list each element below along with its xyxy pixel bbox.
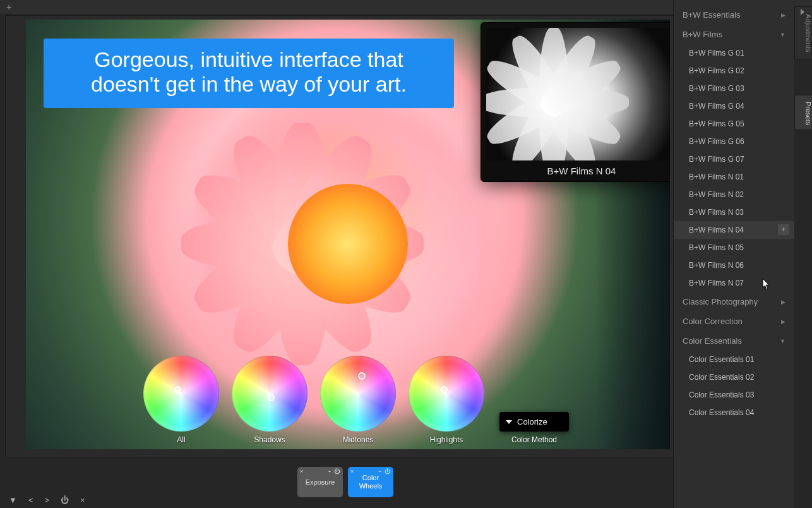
tab-presets[interactable]: Presets [794, 95, 812, 130]
color-wheels-row: AllShadowsMidtonesHighlightsColorizeColo… [143, 356, 569, 444]
triangle-right-icon: ▶ [781, 299, 785, 305]
category-bw-films[interactable]: B+W Films ▼ [674, 25, 794, 44]
tab-presets-label: Presets [804, 102, 812, 125]
chip-close-icon[interactable]: × [350, 468, 354, 475]
color-wheel[interactable] [320, 356, 396, 432]
chip-controls-icon[interactable]: ⌁ ⏻ [378, 468, 391, 475]
callout-line-1: Gorgeous, intuitive interface that [60, 47, 438, 72]
chip-exposure[interactable]: × ⌁ ⏻ Exposure [297, 467, 343, 497]
color-wheel-handle[interactable] [267, 394, 275, 401]
callout-line-2: doesn't get in the way of your art. [60, 72, 438, 97]
preset-preview-popover: B+W Films N 04 [481, 22, 670, 182]
category-label: Classic Photography [683, 297, 758, 306]
category-bw-essentials[interactable]: B+W Essentials ▶ [674, 5, 794, 25]
color-wheel-midtones: Midtones [320, 356, 396, 444]
canvas-container: Gorgeous, intuitive interface that doesn… [5, 15, 681, 457]
bw-films-list: B+W Films G 01B+W Films G 02B+W Films G … [674, 44, 794, 292]
chip-close-icon[interactable]: × [300, 468, 303, 475]
preset-item[interactable]: B+W Films G 06 [674, 133, 794, 150]
category-color-essentials[interactable]: Color Essentials ▼ [674, 331, 794, 351]
tab-adjustments-label: Adjustments [804, 14, 812, 52]
preset-preview-image [486, 28, 670, 160]
color-wheel-label: Highlights [430, 435, 463, 444]
color-wheel-handle[interactable] [358, 372, 366, 380]
color-wheel-handle[interactable] [174, 386, 181, 394]
tab-adjustments[interactable]: Adjustments [794, 6, 812, 59]
add-tab-icon[interactable]: + [6, 2, 11, 12]
canvas[interactable]: Gorgeous, intuitive interface that doesn… [26, 20, 670, 449]
triangle-down-icon [506, 420, 512, 424]
triangle-right-icon: ▶ [781, 318, 785, 325]
color-essentials-list: Color Essentials 01Color Essentials 02Co… [674, 351, 794, 421]
preset-item[interactable]: Color Essentials 02 [674, 368, 794, 386]
color-wheel[interactable] [409, 356, 484, 432]
triangle-down-icon: ▼ [780, 338, 785, 344]
preset-item[interactable]: Color Essentials 01 [674, 351, 794, 368]
color-wheel[interactable] [143, 356, 219, 432]
preset-item[interactable]: B+W Films N 04+ [674, 221, 794, 239]
category-classic-photography[interactable]: Classic Photography ▶ [674, 292, 794, 311]
chip-exposure-label: Exposure [306, 478, 335, 487]
prev-icon[interactable]: < [28, 495, 33, 505]
preset-preview-label: B+W Films N 04 [486, 166, 670, 176]
marketing-callout: Gorgeous, intuitive interface that doesn… [44, 39, 454, 108]
preset-item[interactable]: B+W Films G 04 [674, 97, 794, 115]
category-label: Color Correction [683, 317, 743, 326]
next-icon[interactable]: > [44, 495, 49, 505]
category-label: Color Essentials [683, 336, 742, 346]
chip-controls-icon[interactable]: ⌁ ⏻ [328, 468, 340, 475]
color-wheel-label: All [177, 435, 185, 444]
color-method-label: Color Method [511, 435, 557, 444]
preset-item[interactable]: B+W Films G 05 [674, 115, 794, 133]
triangle-right-icon [801, 9, 804, 15]
preset-item[interactable]: B+W Films N 01 [674, 168, 794, 186]
preset-item[interactable]: B+W Films N 02 [674, 186, 794, 203]
preset-item[interactable]: B+W Films G 01 [674, 44, 794, 62]
preset-item[interactable]: Color Essentials 04 [674, 404, 794, 421]
category-color-correction[interactable]: Color Correction ▶ [674, 311, 794, 331]
bottom-toolbar: ▼ < > ⏻ × [5, 493, 85, 507]
preset-item[interactable]: B+W Films N 05 [674, 239, 794, 257]
preset-item[interactable]: B+W Films N 03 [674, 203, 794, 221]
adjustment-chips-strip: × ⌁ ⏻ Exposure × ⌁ ⏻ Color Wheels [5, 460, 686, 504]
color-method-value: Colorize [517, 417, 547, 426]
power-icon[interactable]: ⏻ [61, 495, 69, 505]
triangle-right-icon: ▶ [781, 12, 785, 18]
color-wheel-shadows: Shadows [232, 356, 307, 444]
color-method-column: ColorizeColor Method [499, 412, 569, 444]
preset-item[interactable]: B+W Films G 07 [674, 150, 794, 168]
category-label: B+W Films [683, 30, 722, 39]
triangle-down-icon: ▼ [780, 32, 785, 38]
preset-item[interactable]: Color Essentials 03 [674, 386, 794, 404]
category-label: B+W Essentials [683, 10, 740, 20]
color-wheel-all: All [143, 356, 219, 444]
preset-item[interactable]: B+W Films N 06 [674, 257, 794, 274]
presets-sidebar: B+W Essentials ▶ B+W Films ▼ B+W Films G… [673, 0, 794, 508]
color-wheel-label: Midtones [343, 435, 374, 444]
color-wheel[interactable] [232, 356, 307, 432]
preset-item[interactable]: B+W Films N 07 [674, 274, 794, 292]
color-method-dropdown[interactable]: Colorize [499, 412, 569, 432]
add-preset-icon[interactable]: + [778, 224, 789, 235]
close-icon[interactable]: × [80, 495, 85, 505]
color-wheel-handle[interactable] [440, 386, 448, 394]
disclosure-down-icon[interactable]: ▼ [9, 495, 17, 505]
chip-color-wheels[interactable]: × ⌁ ⏻ Color Wheels [348, 467, 393, 497]
preset-item[interactable]: B+W Films G 03 [674, 80, 794, 97]
color-wheel-highlights: Highlights [409, 356, 484, 444]
chip-color-wheels-label: Color Wheels [352, 474, 390, 490]
color-wheel-label: Shadows [254, 435, 285, 444]
preset-item[interactable]: B+W Films G 02 [674, 62, 794, 80]
